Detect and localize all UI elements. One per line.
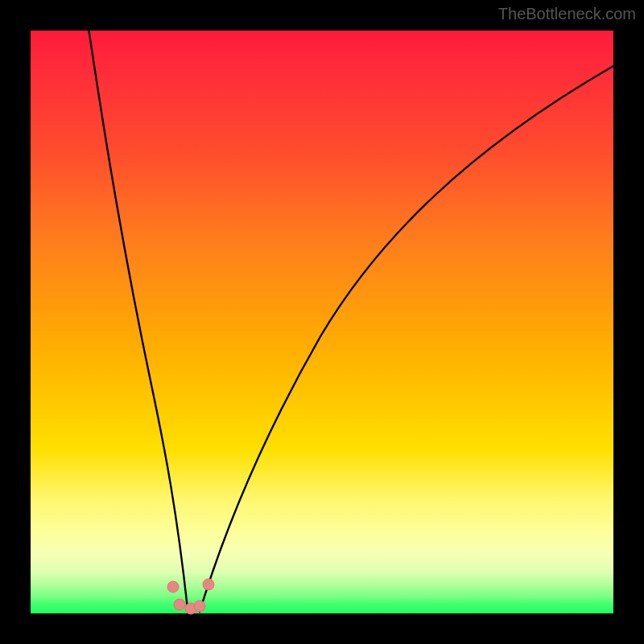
chart-frame: TheBottleneck.com: [0, 0, 644, 644]
plot-area: [31, 31, 613, 613]
watermark-text: TheBottleneck.com: [498, 5, 636, 23]
bottleneck-curve: [31, 31, 613, 613]
svg-point-0: [167, 581, 179, 592]
marker-cluster: [167, 579, 214, 614]
curve-left-arm: [89, 31, 188, 609]
svg-point-1: [174, 599, 185, 610]
curve-right-arm: [200, 66, 613, 612]
svg-point-4: [203, 579, 214, 590]
svg-point-3: [194, 601, 205, 612]
